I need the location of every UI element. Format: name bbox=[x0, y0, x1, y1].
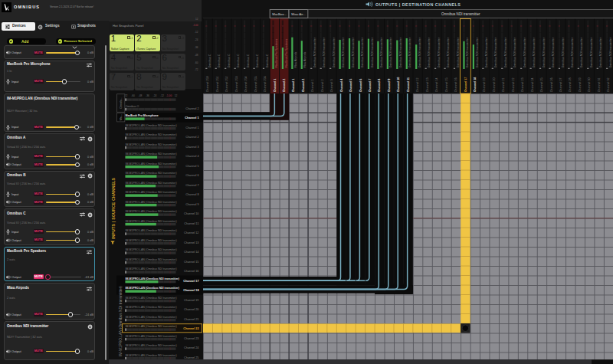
svg-text:Omnibus C: Omnibus C bbox=[266, 54, 269, 67]
svg-text:MacBook Pro Speakers: MacBook Pro Speakers bbox=[275, 39, 278, 68]
svg-text:Omnibus NDI transmitter: Omnibus NDI transmitter bbox=[323, 37, 326, 67]
svg-text:12: 12 bbox=[195, 18, 198, 21]
svg-text:Channel 1: Channel 1 bbox=[185, 126, 198, 130]
svg-text:Omnibus C: Omnibus C bbox=[256, 54, 259, 67]
svg-text:Channel 2: Channel 2 bbox=[302, 79, 305, 93]
svg-text:Channel 1: Channel 1 bbox=[292, 79, 295, 93]
svg-text:Omnibus NDI transmitter: Omnibus NDI transmitter bbox=[571, 37, 574, 67]
svg-text:Channel 256: Channel 256 bbox=[264, 76, 267, 92]
svg-text:-60: -60 bbox=[131, 94, 135, 97]
svg-text:Ma...: Ma... bbox=[120, 114, 123, 120]
svg-text:Omnibus NDI transmitter: Omnibus NDI transmitter bbox=[609, 37, 612, 67]
svg-text:Channel 13: Channel 13 bbox=[184, 241, 198, 244]
svg-text:Channel 2: Channel 2 bbox=[185, 107, 198, 110]
svg-text:MacBook Pro Speakers: MacBook Pro Speakers bbox=[285, 39, 288, 68]
svg-text:Channel 23: Channel 23 bbox=[184, 337, 198, 340]
svg-text:Channel 24: Channel 24 bbox=[184, 346, 198, 349]
svg-text:Miau Air...: Miau Air... bbox=[291, 12, 305, 16]
svg-text:Omnibus NDI transmitter: Omnibus NDI transmitter bbox=[408, 37, 411, 67]
svg-text:Channel 6: Channel 6 bbox=[359, 79, 362, 93]
svg-text:-72: -72 bbox=[124, 94, 128, 97]
svg-text:Channel 1: Channel 1 bbox=[274, 79, 277, 93]
svg-text:Channel 9: Channel 9 bbox=[388, 79, 391, 93]
svg-text:IM-M1PRO.LAN (Omnibus NDI tran: IM-M1PRO.LAN (Omnibus NDI transmitter) bbox=[126, 267, 177, 271]
svg-text:Channel 3: Channel 3 bbox=[185, 146, 198, 149]
svg-text:Channel 2: Channel 2 bbox=[283, 79, 286, 93]
svg-text:-36: -36 bbox=[146, 94, 149, 97]
svg-text:INPUTS | SOURCE CHANNELS: INPUTS | SOURCE CHANNELS bbox=[111, 177, 116, 239]
svg-text:IM-M1PRO.LAN (Omnibus NDI tran: IM-M1PRO.LAN (Omnibus NDI transmitter) bbox=[126, 335, 177, 338]
svg-text:Omnibus C: Omnibus C bbox=[247, 54, 250, 67]
svg-text:Channel 10: Channel 10 bbox=[397, 77, 400, 93]
svg-text:Channel 250: Channel 250 bbox=[206, 76, 209, 92]
svg-text:Omnibus NDI transmitter: Omnibus NDI transmitter bbox=[523, 37, 526, 67]
svg-text:Channel 7: Channel 7 bbox=[369, 79, 372, 93]
svg-text:IM-M1PRO.LAN (Omnibus NDI tran: IM-M1PRO.LAN (Omnibus NDI transmitter) bbox=[126, 124, 177, 127]
svg-text:Channel 254: Channel 254 bbox=[244, 76, 247, 92]
svg-text:-48: -48 bbox=[139, 94, 143, 97]
svg-text:IM-M1PRO.LAN (Omnibus NDI tran: IM-M1PRO.LAN (Omnibus NDI transmitter) bbox=[126, 162, 177, 166]
svg-text:IM-M1PRO.LAN (Omnibus NDI tran: IM-M1PRO.LAN (Omnibus NDI transmitter) bbox=[126, 191, 177, 194]
svg-text:Omnibus NDI transmitter: Omnibus NDI transmitter bbox=[342, 37, 345, 67]
svg-text:Omnibus NDI transmitter: Omnibus NDI transmitter bbox=[361, 37, 364, 67]
svg-text:IM-M1PRO.LAN (Omnibus NDI tran: IM-M1PRO.LAN (Omnibus NDI transmitter) bbox=[119, 286, 123, 356]
svg-text:IM-M1PRO.LAN (Omnibus NDI tran: IM-M1PRO.LAN (Omnibus NDI transmitter) bbox=[126, 133, 177, 136]
svg-text:Channel 11: Channel 11 bbox=[184, 222, 198, 225]
svg-text:Channel 29: Channel 29 bbox=[579, 77, 582, 92]
svg-text:IM-M1PRO.LAN (Omnibus NDI tran: IM-M1PRO.LAN (Omnibus NDI transmitter) bbox=[126, 172, 177, 175]
svg-text:Channel 27: Channel 27 bbox=[559, 77, 562, 92]
svg-text:IM-M1PRO.LAN (Omnibus NDI tran: IM-M1PRO.LAN (Omnibus NDI transmitter) bbox=[126, 229, 177, 232]
svg-text:Channel 14: Channel 14 bbox=[435, 77, 438, 92]
svg-text:Channel 3: Channel 3 bbox=[330, 79, 333, 92]
svg-text:Omnibus NDI transmitter: Omnibus NDI transmitter bbox=[494, 37, 497, 67]
svg-text:IM-M1PRO.LAN (Omnibus NDI tran: IM-M1PRO.LAN (Omnibus NDI transmitter) bbox=[126, 182, 177, 185]
svg-text:Channel 4: Channel 4 bbox=[185, 155, 198, 158]
svg-text:Miau Airpods: Miau Airpods bbox=[303, 52, 306, 68]
svg-text:Channel 11: Channel 11 bbox=[407, 77, 410, 92]
svg-text:Omnibus NDI transmitter: Omnibus NDI transmitter bbox=[543, 37, 546, 67]
svg-text:MacBook Pro Microphone: MacBook Pro Microphone bbox=[126, 114, 159, 117]
svg-text:IM-M1PRO.LAN (Omnibus NDI tran: IM-M1PRO.LAN (Omnibus NDI transmitter) bbox=[126, 152, 177, 156]
svg-text:Channel 19: Channel 19 bbox=[483, 77, 486, 92]
svg-text:Channel 28: Channel 28 bbox=[569, 77, 572, 92]
svg-text:IM-M1PRO.LAN (Omnibus NDI tran: IM-M1PRO.LAN (Omnibus NDI transmitter) bbox=[126, 277, 179, 280]
svg-text:Omnibus C: Omnibus C bbox=[208, 54, 211, 67]
svg-text:IM-M1PRO.LAN (Omnibus NDI tran: IM-M1PRO.LAN (Omnibus NDI transmitter) bbox=[126, 220, 177, 223]
svg-text:Channel 31: Channel 31 bbox=[598, 77, 601, 92]
svg-text:IM-M1PRO.LAN (Omnibus NDI tran: IM-M1PRO.LAN (Omnibus NDI transmitter) bbox=[126, 201, 177, 204]
svg-text:Channel 23: Channel 23 bbox=[521, 77, 524, 92]
svg-text:Omnibus C: Omnibus C bbox=[228, 54, 231, 67]
svg-text:OUTPUTS | DESTINATION CHANNELS: OUTPUTS | DESTINATION CHANNELS bbox=[375, 2, 461, 7]
svg-text:Channel 14: Channel 14 bbox=[184, 251, 198, 254]
svg-text:Omnibus NDI transmitter: Omnibus NDI transmitter bbox=[380, 37, 383, 67]
svg-text:Omnibus NDI transmitter: Omnibus NDI transmitter bbox=[399, 37, 402, 67]
svg-text:-24: -24 bbox=[153, 94, 157, 97]
svg-text:Omnibus NDI transmitter: Omnibus NDI transmitter bbox=[599, 37, 602, 67]
svg-text:Omnibus C: Omnibus C bbox=[218, 54, 221, 67]
svg-text:Omnibus NDI transmitter: Omnibus NDI transmitter bbox=[476, 37, 479, 67]
svg-text:IM-M1PRO.LAN (Omnibus NDI tran: IM-M1PRO.LAN (Omnibus NDI transmitter) bbox=[126, 287, 179, 290]
svg-text:Channel 19: Channel 19 bbox=[184, 299, 198, 302]
svg-text:Omnibus NDI transmitter: Omnibus NDI transmitter bbox=[428, 37, 431, 67]
svg-text:IM-M1PRO.LAN (Omnibus NDI tran: IM-M1PRO.LAN (Omnibus NDI transmitter) bbox=[126, 297, 177, 300]
svg-text:IM-M1PRO.LAN (Omnibus NDI tran: IM-M1PRO.LAN (Omnibus NDI transmitter) bbox=[126, 344, 177, 347]
svg-text:IM-M1PRO.LAN (Omnibus NDI tran: IM-M1PRO.LAN (Omnibus NDI transmitter) bbox=[126, 258, 177, 261]
svg-text:Channel 18: Channel 18 bbox=[474, 77, 477, 93]
svg-text:IM-M1PRO.LAN (Omnibus NDI tran: IM-M1PRO.LAN (Omnibus NDI transmitter) bbox=[126, 143, 177, 146]
svg-text:Omnibus NDI transmitter: Omnibus NDI transmitter bbox=[513, 37, 516, 67]
svg-text:Channel 12: Channel 12 bbox=[416, 77, 419, 92]
svg-text:Channel 5: Channel 5 bbox=[349, 79, 352, 93]
svg-text:IM-M1PRO.LAN (Omnibus NDI tran: IM-M1PRO.LAN (Omnibus NDI transmitter) bbox=[126, 316, 177, 319]
svg-text:Channel 20: Channel 20 bbox=[184, 308, 198, 311]
svg-text:Channel 255: Channel 255 bbox=[254, 76, 257, 92]
svg-text:IM-M1PRO.LAN (Omnibus NDI tran: IM-M1PRO.LAN (Omnibus NDI transmitter) bbox=[126, 239, 177, 242]
svg-text:Channel 18: Channel 18 bbox=[183, 289, 198, 292]
svg-text:12: 12 bbox=[175, 94, 178, 97]
svg-text:Omnibus NDI transmitter: Omnibus NDI transmitter bbox=[552, 37, 555, 67]
svg-text:Channel 13: Channel 13 bbox=[426, 77, 429, 92]
svg-text:Channel 7: Channel 7 bbox=[185, 184, 198, 187]
svg-text:Omnibus NDI transmitter: Omnibus NDI transmitter bbox=[352, 37, 355, 67]
svg-text:Omnibus NDI transmitter: Omnibus NDI transmitter bbox=[389, 37, 392, 67]
svg-text:Channel 15: Channel 15 bbox=[445, 77, 448, 92]
svg-text:Channel 253: Channel 253 bbox=[235, 76, 238, 92]
